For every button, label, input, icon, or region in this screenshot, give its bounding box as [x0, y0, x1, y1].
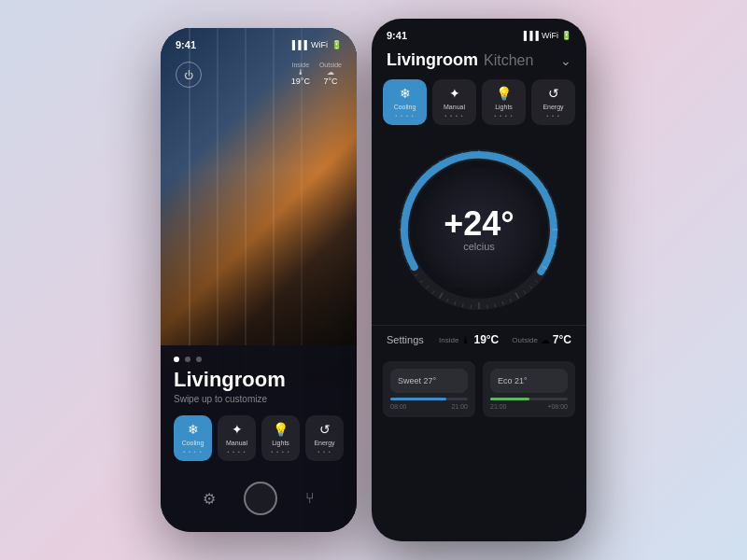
wifi-icon-r: WiFi: [542, 31, 558, 40]
energy-icon: ↺: [319, 422, 331, 437]
sweet-bar-track: [390, 398, 468, 400]
right-phone: 9:41 ▐▐▐ WiFi 🔋 Livingroom Kitchen ⌄ ❄ C…: [372, 19, 586, 541]
signal-icon: ▐▐▐: [289, 40, 307, 49]
inside-reading-value: 19°C: [473, 333, 499, 346]
outside-reading-value: 7°C: [553, 333, 571, 346]
mode-lights[interactable]: 💡 Lights • • • •: [482, 79, 526, 125]
lights-icon: 💡: [273, 422, 289, 437]
lights-btn[interactable]: 💡 Lights • • • •: [261, 415, 300, 461]
room-name-main: Livingroom: [387, 50, 478, 70]
temp-readings: Inside 🌡 19°C Outside ☁ 7°C: [439, 333, 571, 346]
status-time-right: 9:41: [387, 30, 407, 41]
sweet-preset[interactable]: Sweet 27° 08:00 21:00: [383, 361, 475, 417]
inside-reading-label: Inside: [439, 336, 458, 344]
left-phone: 9:41 ▐▐▐ WiFi 🔋 ⏻ Inside 🌡 19°C Outside …: [161, 28, 357, 532]
manual-btn[interactable]: ✦ Manual • • • •: [218, 415, 256, 461]
status-icons-left: ▐▐▐ WiFi 🔋: [289, 40, 342, 49]
thermometer-r-icon: 🌡: [461, 335, 471, 345]
battery-icon-r: 🔋: [561, 31, 571, 40]
sweet-bar-fill: [390, 398, 446, 400]
settings-row: Settings Inside 🌡 19°C Outside ☁ 7°C: [372, 325, 586, 354]
battery-icon: 🔋: [331, 40, 342, 49]
mode-tabs: ❄ Cooling • • • • ✦ Manual • • • • 💡 Lig…: [372, 79, 586, 136]
status-icons-right: ▐▐▐ WiFi 🔋: [521, 31, 571, 40]
cloud-r-icon: ☁: [541, 335, 550, 345]
mode-manual[interactable]: ✦ Manual • • • •: [432, 79, 476, 125]
mode-manual-icon: ✦: [449, 86, 460, 101]
eco-preset[interactable]: Eco 21° 21:00 +08:00: [483, 361, 575, 417]
mode-energy[interactable]: ↺ Energy • • •: [531, 79, 575, 125]
thermostat-container: +24° celcius: [372, 136, 586, 325]
thermostat-dial[interactable]: +24° celcius: [395, 146, 563, 314]
sweet-range: 08:00 21:00: [390, 403, 468, 410]
outside-temp: Outside ☁ 7°C: [319, 62, 342, 88]
sweet-preset-name: Sweet 27°: [390, 369, 468, 393]
wifi-icon: WiFi: [311, 40, 328, 49]
mode-cooling[interactable]: ❄ Cooling • • • •: [383, 79, 427, 125]
inside-temp: Inside 🌡 19°C: [291, 62, 310, 88]
cooling-icon: ❄: [188, 422, 199, 437]
eco-range: 21:00 +08:00: [490, 403, 568, 410]
mode-lights-icon: 💡: [496, 86, 512, 101]
home-button[interactable]: [244, 482, 277, 515]
outside-reading-label: Outside: [512, 336, 538, 344]
signal-icon-r: ▐▐▐: [521, 31, 539, 40]
settings-nav-icon[interactable]: ⚙: [203, 490, 216, 508]
status-bar-left: 9:41 ▐▐▐ WiFi 🔋: [176, 39, 342, 50]
room-subtitle-left: Swipe up to customize: [174, 394, 344, 404]
temp-info: Inside 🌡 19°C Outside ☁ 7°C: [291, 62, 342, 88]
bottom-nav-left: ⚙ ⑂: [174, 474, 344, 526]
eco-range-start: 21:00: [490, 403, 507, 410]
preset-row: Sweet 27° 08:00 21:00 Eco 21° 21:00 +08:…: [372, 354, 586, 427]
status-bar-right: 9:41 ▐▐▐ WiFi 🔋: [372, 19, 586, 47]
sweet-range-end: 21:00: [451, 403, 468, 410]
dial-center: +24° celcius: [444, 207, 514, 252]
thermometer-icon: 🌡: [291, 68, 310, 77]
settings-label[interactable]: Settings: [387, 334, 424, 345]
bottom-section-left: Livingroom Swipe up to customize ❄ Cooli…: [161, 345, 357, 532]
inside-reading: Inside 🌡 19°C: [439, 333, 499, 346]
room-header-title: Livingroom Kitchen: [387, 50, 533, 70]
sweet-range-start: 08:00: [390, 403, 407, 410]
outside-reading: Outside ☁ 7°C: [512, 333, 571, 346]
dropdown-arrow-icon[interactable]: ⌄: [560, 53, 571, 68]
dot-3: [196, 357, 202, 362]
eco-range-end: +08:00: [547, 403, 568, 410]
room-title-left: Livingroom: [174, 368, 344, 392]
room-header: Livingroom Kitchen ⌄: [372, 47, 586, 79]
control-buttons: ❄ Cooling • • • • ✦ Manual • • • • 💡 Lig…: [174, 415, 344, 461]
dial-temperature: +24°: [444, 207, 514, 241]
eco-bar-track: [490, 398, 568, 400]
room-dots: [174, 357, 344, 362]
cloud-icon: ☁: [319, 68, 342, 77]
eco-bar-fill: [490, 398, 529, 400]
energy-btn[interactable]: ↺ Energy • • •: [305, 415, 344, 461]
power-button[interactable]: ⏻: [176, 62, 202, 88]
dot-1: [174, 357, 179, 362]
dot-2: [185, 357, 190, 362]
mode-energy-icon: ↺: [548, 86, 559, 101]
status-time-left: 9:41: [176, 39, 196, 50]
mode-cooling-icon: ❄: [400, 86, 411, 101]
cooling-btn[interactable]: ❄ Cooling • • • •: [174, 415, 212, 461]
manual-icon: ✦: [232, 422, 243, 437]
room-name-sub: Kitchen: [484, 52, 533, 69]
top-info-left: ⏻ Inside 🌡 19°C Outside ☁ 7°C: [176, 62, 342, 88]
eco-preset-name: Eco 21°: [490, 369, 568, 393]
share-nav-icon[interactable]: ⑂: [305, 490, 315, 507]
